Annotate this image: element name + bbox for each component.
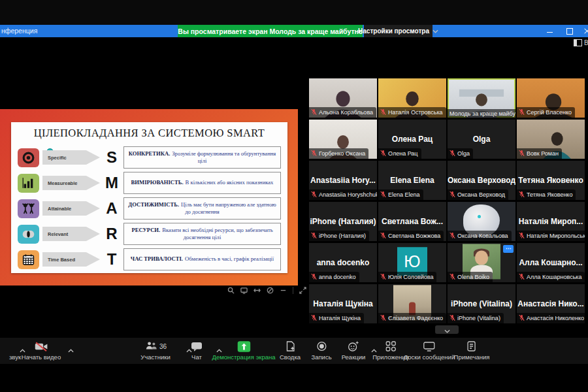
more-options-button[interactable]: ⋯ (503, 245, 514, 253)
shared-screen-slide: ЦІЛЕПОКЛАДАННЯ ЗА СИСТЕМОЮ SMART Specifi… (0, 109, 298, 286)
muted-mic-icon (311, 232, 317, 240)
participant-name-tag: Anastasiia Horyshchuk (309, 189, 377, 200)
arrows-icon[interactable] (253, 287, 261, 294)
summary-button[interactable]: Сводка (280, 340, 301, 361)
muted-mic-icon (519, 232, 525, 240)
smart-row-relevant: Relevant R РЕСУРСИ.Вказати всі необхідні… (18, 222, 281, 246)
participants-count-badge: 36 (159, 343, 167, 350)
muted-mic-icon (380, 314, 386, 323)
record-button[interactable]: Запись (311, 340, 331, 361)
smart-letter: M (103, 175, 120, 191)
percent-icon[interactable] (267, 287, 274, 294)
chevron-down-icon (444, 324, 450, 336)
participant-tile[interactable]: Горбенко Оксана (309, 120, 377, 159)
participant-tile[interactable]: Сергій Власенко (517, 78, 585, 118)
participant-tile[interactable]: Оксана Верховод Оксана Верховод (448, 161, 515, 200)
muted-mic-icon (449, 191, 455, 199)
participant-name-tag: Альона Корабльова (309, 107, 376, 118)
participant-tile[interactable]: ⋯ Olena Boiko (448, 243, 515, 282)
participant-tile[interactable]: Тетяна Яковенко Тетяна Яковенко (517, 161, 585, 200)
participant-name-tag: Вовк Роман (517, 148, 562, 159)
participant-tile-active-speaker[interactable]: Молодь за краще майбут... (448, 78, 515, 118)
muted-mic-icon (519, 150, 525, 158)
participant-tile[interactable]: Elena Elena Elena Elena (378, 161, 446, 200)
summary-icon (285, 340, 295, 352)
smart-description: ВИМІРЮВАНІСТЬ.В кількісних або якісних п… (123, 172, 281, 194)
smart-letter: A (103, 201, 120, 216)
participant-tile[interactable]: Ю Юлія Соловйова (378, 243, 446, 282)
window-title: нференция (1, 27, 37, 35)
muted-mic-icon (449, 150, 455, 158)
arrow-label: Relevant (42, 227, 100, 241)
reactions-button[interactable]: Реакции (342, 340, 366, 361)
minimize-button[interactable] (546, 27, 554, 35)
participant-name-tag: Алла Кошарновська (517, 272, 585, 282)
participant-tile[interactable]: Оксана Ковальова (448, 202, 515, 241)
participant-tile[interactable]: iPhone (Наталия) iPhone (Наталия) (309, 202, 377, 241)
arrow-label: Time Based (42, 252, 100, 267)
apps-icon (385, 340, 396, 352)
participant-tile[interactable]: Єлізавета Фадєєнко (378, 284, 446, 323)
smart-description: ДОСТИЖИМІСТЬ.Ціль має бути напруженою ал… (123, 197, 281, 220)
participant-tile[interactable]: Olga Olga (448, 120, 515, 159)
participant-name-tag: Наталія Островська (378, 107, 446, 118)
grid-view-icon (574, 39, 582, 46)
participant-tile[interactable]: Наталія Мироп... Наталія Миропольська (517, 202, 585, 241)
muted-mic-icon (380, 108, 386, 117)
notes-icon (467, 340, 476, 352)
participant-tile[interactable]: Альона Корабльова (309, 78, 377, 118)
smart-letter: S (103, 150, 120, 165)
view-layout-button[interactable]: Вид (574, 39, 588, 46)
start-video-button[interactable]: Начать видео (22, 340, 61, 361)
show-more-participants-button[interactable] (435, 325, 459, 334)
participants-button[interactable]: 36 Участники (140, 340, 170, 361)
chevron-down-icon (433, 27, 438, 35)
smart-description: КОНКРЕТИКА.Зрозуміле формулювання та обґ… (123, 146, 281, 169)
calendar-icon (18, 250, 39, 269)
participant-tile[interactable]: Алла Кошарно... Алла Кошарновська (517, 243, 585, 282)
slide-content-card: ЦІЛЕПОКЛАДАННЯ ЗА СИСТЕМОЮ SMART Specifi… (11, 122, 287, 273)
fullscreen-icon[interactable] (299, 287, 306, 294)
participant-tile[interactable]: Анастасія Нико... Анастасія Николенко (517, 284, 585, 323)
notes-button[interactable]: Примечания (454, 340, 490, 361)
chat-button[interactable]: Чат (191, 340, 203, 361)
participant-tile[interactable]: anna docenko anna docenko (309, 243, 377, 282)
participant-tile[interactable]: Наталія Щукіна Наталія Щукіна (309, 284, 377, 323)
close-button[interactable] (583, 27, 588, 35)
muted-mic-icon (311, 273, 317, 282)
participant-name-tag: Оксана Верховод (448, 189, 508, 200)
participant-tile[interactable]: Светлана Вож... Светлана Вожжова (378, 202, 446, 241)
video-options-chevron[interactable] (68, 344, 74, 355)
participant-tile[interactable]: Олена Рац Олена Рац (378, 120, 446, 159)
participant-name-tag: Светлана Вожжова (378, 231, 444, 241)
muted-mic-icon (380, 191, 386, 199)
screen-share-banner: Вы просматриваете экран Молодь за краще … (178, 25, 363, 37)
chat-icon (191, 340, 203, 352)
whiteboard-icon (423, 340, 435, 352)
participant-tile[interactable]: Наталія Островська (378, 78, 446, 118)
view-settings-button[interactable]: Настройки просмотра (364, 25, 433, 37)
participant-name-tag: Наталія Миропольська (517, 231, 585, 241)
whiteboards-button[interactable]: Доски сообщений (404, 340, 455, 361)
zoom-icon[interactable] (227, 287, 235, 294)
muted-mic-icon (380, 232, 386, 240)
participant-name-tag: Наталія Щукіна (309, 313, 364, 323)
participant-tile[interactable]: Вовк Роман (517, 120, 585, 159)
share-screen-button[interactable]: Демонстрация экрана (212, 340, 275, 361)
maximize-button[interactable] (566, 27, 574, 35)
participant-name-tag: Анастасія Николенко (517, 313, 585, 323)
arrow-label: Specific (42, 150, 100, 165)
monitor-icon[interactable] (240, 287, 248, 294)
smart-row-measureable: Measureable M ВИМІРЮВАНІСТЬ.В кількісних… (18, 171, 281, 195)
participant-tile[interactable]: Anastasiia Hory... Anastasiia Horyshchuk (309, 161, 377, 200)
muted-mic-icon (311, 108, 317, 117)
smart-row-attainable: Attainable A ДОСТИЖИМІСТЬ.Ціль має бути … (18, 197, 281, 220)
muted-mic-icon (380, 273, 386, 282)
minus-icon[interactable] (280, 287, 287, 294)
muted-mic-icon (311, 150, 317, 158)
muted-mic-icon (380, 150, 386, 158)
participant-tile[interactable]: iPhone (Vitalina) iPhone (Vitalina) (448, 284, 515, 323)
participant-name-tag: Тетяна Яковенко (517, 189, 576, 200)
arrow-label: Measureable (42, 176, 100, 190)
target-icon (18, 148, 39, 167)
